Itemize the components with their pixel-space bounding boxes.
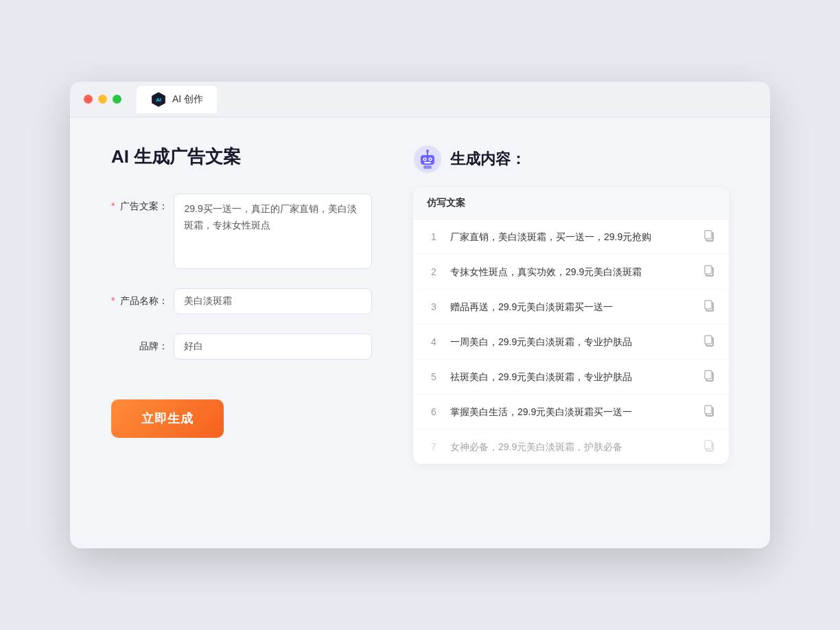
row-number: 4 bbox=[427, 336, 441, 347]
row-number: 1 bbox=[427, 231, 441, 242]
row-text: 专抹女性斑点，真实功效，29.9元美白淡斑霜 bbox=[450, 265, 693, 279]
product-name-group: * 产品名称： 美白淡斑霜 bbox=[111, 288, 372, 314]
copy-icon[interactable] bbox=[703, 439, 715, 454]
result-row: 3赠品再送，29.9元美白淡斑霜买一送一 bbox=[413, 290, 729, 325]
result-row: 4一周美白，29.9元美白淡斑霜，专业护肤品 bbox=[413, 325, 729, 360]
result-row: 2专抹女性斑点，真实功效，29.9元美白淡斑霜 bbox=[413, 255, 729, 290]
result-row: 1厂家直销，美白淡斑霜，买一送一，29.9元抢购 bbox=[413, 220, 729, 255]
copy-icon[interactable] bbox=[703, 369, 715, 384]
svg-rect-23 bbox=[705, 406, 712, 414]
row-number: 3 bbox=[427, 301, 441, 312]
minimize-button[interactable] bbox=[98, 95, 107, 104]
active-tab[interactable]: AI AI 创作 bbox=[137, 86, 217, 113]
result-row: 7女神必备，29.9元美白淡斑霜，护肤必备 bbox=[413, 430, 729, 464]
ad-copy-required-star: * bbox=[111, 194, 115, 211]
svg-rect-21 bbox=[705, 371, 712, 379]
svg-rect-15 bbox=[705, 266, 712, 274]
product-name-label: 产品名称： bbox=[120, 288, 168, 307]
maximize-button[interactable] bbox=[113, 95, 121, 104]
row-text: 掌握美白生活，29.9元美白淡斑霜买一送一 bbox=[450, 405, 693, 419]
copy-icon[interactable] bbox=[703, 264, 715, 279]
browser-window: AI AI 创作 AI 生成广告文案 * 广告文案： 29.9买一送一，真正的厂… bbox=[70, 82, 770, 548]
result-row: 6掌握美白生活，29.9元美白淡斑霜买一送一 bbox=[413, 395, 729, 430]
result-row: 5祛斑美白，29.9元美白淡斑霜，专业护肤品 bbox=[413, 360, 729, 395]
copy-icon[interactable] bbox=[703, 404, 715, 419]
brand-input[interactable]: 好白 bbox=[174, 334, 372, 360]
page-title: AI 生成广告文案 bbox=[111, 145, 372, 169]
traffic-lights bbox=[84, 95, 121, 104]
row-number: 5 bbox=[427, 371, 441, 382]
main-content: AI 生成广告文案 * 广告文案： 29.9买一送一，真正的厂家直销，美白淡斑霜… bbox=[70, 117, 770, 491]
row-text: 女神必备，29.9元美白淡斑霜，护肤必备 bbox=[450, 440, 693, 454]
svg-rect-13 bbox=[705, 231, 712, 239]
row-text: 赠品再送，29.9元美白淡斑霜买一送一 bbox=[450, 300, 693, 314]
left-panel: AI 生成广告文案 * 广告文案： 29.9买一送一，真正的厂家直销，美白淡斑霜… bbox=[111, 145, 372, 464]
svg-rect-19 bbox=[705, 336, 712, 344]
bot-icon bbox=[413, 145, 442, 174]
svg-rect-11 bbox=[423, 165, 432, 169]
svg-rect-17 bbox=[705, 301, 712, 309]
svg-text:AI: AI bbox=[156, 96, 161, 102]
ad-copy-group: * 广告文案： 29.9买一送一，真正的厂家直销，美白淡斑霜，专抹女性斑点 bbox=[111, 194, 372, 269]
row-text: 厂家直销，美白淡斑霜，买一送一，29.9元抢购 bbox=[450, 230, 693, 244]
copy-icon[interactable] bbox=[703, 299, 715, 314]
right-panel: 生成内容： 仿写文案 1厂家直销，美白淡斑霜，买一送一，29.9元抢购 2专抹女… bbox=[413, 145, 729, 464]
results-table: 仿写文案 1厂家直销，美白淡斑霜，买一送一，29.9元抢购 2专抹女性斑点，真实… bbox=[413, 187, 729, 464]
brand-group: * 品牌： 好白 bbox=[111, 334, 372, 360]
svg-rect-10 bbox=[424, 162, 431, 163]
row-number: 2 bbox=[427, 266, 441, 277]
row-text: 一周美白，29.9元美白淡斑霜，专业护肤品 bbox=[450, 335, 693, 349]
svg-rect-25 bbox=[705, 441, 712, 449]
row-number: 6 bbox=[427, 406, 441, 417]
tab-label: AI 创作 bbox=[172, 93, 203, 106]
product-name-input[interactable]: 美白淡斑霜 bbox=[174, 288, 372, 314]
title-bar: AI AI 创作 bbox=[70, 82, 770, 117]
copy-icon[interactable] bbox=[703, 334, 715, 349]
results-header: 仿写文案 bbox=[413, 187, 729, 220]
brand-label: 品牌： bbox=[120, 334, 168, 353]
ai-logo-icon: AI bbox=[150, 91, 167, 108]
generate-button[interactable]: 立即生成 bbox=[111, 399, 224, 438]
product-name-required-star: * bbox=[111, 288, 115, 306]
row-text: 祛斑美白，29.9元美白淡斑霜，专业护肤品 bbox=[450, 370, 693, 384]
ad-copy-textarea[interactable]: 29.9买一送一，真正的厂家直销，美白淡斑霜，专抹女性斑点 bbox=[174, 194, 372, 269]
svg-point-5 bbox=[426, 150, 429, 152]
ad-copy-label: 广告文案： bbox=[120, 194, 168, 213]
right-header: 生成内容： bbox=[413, 145, 729, 174]
row-number: 7 bbox=[427, 441, 441, 452]
close-button[interactable] bbox=[84, 95, 93, 104]
results-container: 1厂家直销，美白淡斑霜，买一送一，29.9元抢购 2专抹女性斑点，真实功效，29… bbox=[413, 220, 729, 464]
right-title: 生成内容： bbox=[450, 149, 526, 170]
brand-spacer: * bbox=[111, 334, 115, 351]
svg-point-9 bbox=[430, 159, 431, 160]
svg-point-8 bbox=[424, 159, 425, 160]
copy-icon[interactable] bbox=[703, 229, 715, 244]
